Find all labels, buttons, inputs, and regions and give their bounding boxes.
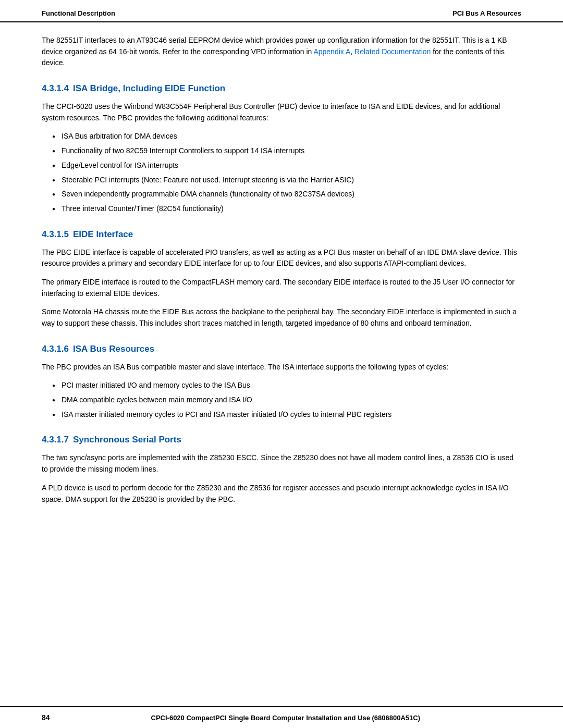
section-4316-number: 4.3.1.6 [42, 344, 69, 354]
page-header: Functional Description PCI Bus A Resourc… [0, 0, 563, 22]
main-content: The 82551IT interfaces to an AT93C46 ser… [0, 22, 563, 540]
section-4316-title: ISA Bus Resources [73, 344, 154, 354]
section-4314-para-1: The CPCI-6020 uses the Winbond W83C554F … [42, 101, 521, 124]
footer-page-number: 84 [42, 713, 50, 722]
intro-link-separator: , [350, 47, 354, 56]
section-4317-number: 4.3.1.7 [42, 435, 69, 445]
appendix-a-link[interactable]: Appendix A [313, 47, 350, 56]
bullet-item: Functionality of two 82C59 Interrupt Con… [52, 145, 521, 157]
bullet-item: Three interval Counter/Timer (82C54 func… [52, 203, 521, 215]
section-4314: 4.3.1.4ISA Bridge, Including EIDE Functi… [42, 83, 521, 215]
bullet-item: Steerable PCI interrupts (Note: Feature … [52, 175, 521, 186]
section-4314-bullets: ISA Bus arbitration for DMA devices Func… [52, 131, 521, 214]
section-4315-para-1: The PBC EIDE interface is capable of acc… [42, 247, 521, 269]
section-4317-heading: 4.3.1.7Synchronous Serial Ports [42, 435, 521, 445]
section-4317-para-1: The two sync/async ports are implemented… [42, 452, 521, 475]
section-4314-heading: 4.3.1.4ISA Bridge, Including EIDE Functi… [42, 83, 521, 94]
bullet-item: Edge/Level control for ISA interrupts [52, 160, 521, 171]
header-left: Functional Description [42, 9, 115, 17]
related-documentation-link[interactable]: Related Documentation [354, 47, 431, 56]
header-right: PCI Bus A Resources [452, 9, 521, 17]
bullet-item: ISA master initiated memory cycles to PC… [52, 409, 521, 421]
intro-paragraph: The 82551IT interfaces to an AT93C46 ser… [42, 35, 521, 69]
section-4317-para-2: A PLD device is used to perform decode f… [42, 483, 521, 505]
section-4315-title: EIDE Interface [73, 229, 133, 239]
section-4317-title: Synchronous Serial Ports [73, 435, 181, 445]
bullet-item: PCI master initiated I/O and memory cycl… [52, 380, 521, 391]
section-4316-heading: 4.3.1.6ISA Bus Resources [42, 344, 521, 354]
bullet-item: ISA Bus arbitration for DMA devices [52, 131, 521, 142]
section-4316: 4.3.1.6ISA Bus Resources The PBC provide… [42, 344, 521, 421]
section-4315-heading: 4.3.1.5EIDE Interface [42, 229, 521, 240]
section-4315: 4.3.1.5EIDE Interface The PBC EIDE inter… [42, 229, 521, 329]
bullet-item: Seven independently programmable DMA cha… [52, 189, 521, 200]
section-4315-number: 4.3.1.5 [42, 229, 69, 239]
page: Functional Description PCI Bus A Resourc… [0, 0, 563, 728]
bullet-item: DMA compatible cycles between main memor… [52, 394, 521, 406]
footer-document-title: CPCI-6020 CompactPCI Single Board Comput… [50, 714, 521, 722]
page-footer: 84 CPCI-6020 CompactPCI Single Board Com… [0, 706, 563, 728]
section-4314-title: ISA Bridge, Including EIDE Function [73, 83, 225, 93]
section-4315-para-3: Some Motorola HA chassis route the EIDE … [42, 306, 521, 329]
section-4314-number: 4.3.1.4 [42, 83, 69, 93]
section-4317: 4.3.1.7Synchronous Serial Ports The two … [42, 435, 521, 505]
section-4316-bullets: PCI master initiated I/O and memory cycl… [52, 380, 521, 420]
section-4316-para-1: The PBC provides an ISA Bus compatible m… [42, 362, 521, 373]
section-4315-para-2: The primary EIDE interface is routed to … [42, 277, 521, 299]
